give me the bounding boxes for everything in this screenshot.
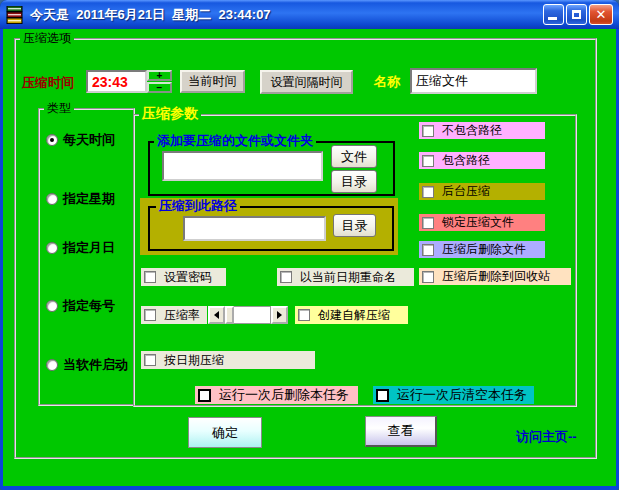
checkbox-box[interactable] [376, 389, 389, 402]
close-button[interactable]: ✕ [589, 4, 613, 25]
group-compress-params-label: 压缩参数 [139, 106, 201, 120]
radio-label: 指定星期 [63, 190, 115, 208]
checkbox-label: 压缩率 [164, 307, 200, 324]
checkbox-box[interactable] [198, 389, 211, 402]
choose-dest-dir-button[interactable]: 目录 [333, 214, 376, 237]
radio-on-startup[interactable]: 当软件启动 [46, 356, 128, 374]
minimize-button[interactable] [543, 4, 564, 25]
group-compress-options-label: 压缩选项 [20, 31, 74, 45]
radio-icon[interactable] [46, 193, 58, 205]
checkbox-box[interactable] [422, 125, 434, 137]
checkbox-clear-task-after-run[interactable]: 运行一次后清空本任务 [373, 386, 534, 404]
homepage-link[interactable]: 访问主页-- [516, 428, 577, 446]
checkbox-label: 运行一次后删除本任务 [219, 386, 349, 404]
checkbox-box[interactable] [144, 309, 156, 321]
checkbox-label: 按日期压缩 [164, 352, 224, 369]
radio-label: 每天时间 [63, 131, 115, 149]
radio-specify-day[interactable]: 指定每号 [46, 297, 115, 315]
arrow-right-icon [277, 311, 282, 319]
checkbox-box[interactable] [422, 217, 434, 229]
dest-path-input[interactable] [183, 216, 326, 241]
radio-label: 指定月日 [63, 239, 115, 257]
checkbox-box[interactable] [280, 271, 292, 283]
checkbox-compress-by-date[interactable]: 按日期压缩 [141, 351, 315, 369]
compress-time-input[interactable] [86, 70, 147, 93]
checkbox-label: 包含路径 [442, 152, 490, 169]
checkbox-label: 不包含路径 [442, 122, 502, 139]
compress-time-label: 压缩时间 [22, 74, 74, 92]
checkbox-label: 压缩后删除到回收站 [442, 268, 550, 285]
checkbox-label: 设置密码 [164, 269, 212, 286]
scrollbar-track[interactable] [234, 306, 271, 324]
checkbox-delete-after-compress[interactable]: 压缩后删除文件 [419, 241, 545, 258]
radio-label: 指定每号 [63, 297, 115, 315]
checkbox-box[interactable] [298, 309, 310, 321]
compression-ratio-scrollbar[interactable] [208, 306, 288, 324]
radio-icon[interactable] [46, 242, 58, 254]
checkbox-box[interactable] [422, 244, 434, 256]
checkbox-include-path[interactable]: 包含路径 [419, 152, 545, 169]
radio-label: 当软件启动 [63, 356, 128, 374]
name-label: 名称 [374, 73, 400, 91]
maximize-button[interactable] [566, 4, 587, 25]
archive-name-input[interactable] [410, 68, 537, 94]
checkbox-lock-archive[interactable]: 锁定压缩文件 [419, 214, 545, 231]
ok-button[interactable]: 确定 [188, 417, 262, 448]
radio-icon[interactable] [46, 359, 58, 371]
time-spin-down-button[interactable]: − [147, 82, 172, 93]
radio-icon[interactable] [46, 300, 58, 312]
choose-source-dir-button[interactable]: 目录 [331, 170, 377, 193]
window-title: 今天是 2011年6月21日 星期二 23:44:07 [30, 6, 541, 24]
checkbox-box[interactable] [422, 271, 434, 283]
checkbox-label: 创建自解压缩 [318, 307, 390, 324]
scroll-left-button[interactable] [208, 306, 225, 324]
checkbox-box[interactable] [422, 186, 434, 198]
group-type-label: 类型 [44, 101, 74, 115]
time-spin-up-button[interactable]: + [147, 70, 172, 81]
set-interval-button[interactable]: 设置间隔时间 [260, 70, 353, 94]
checkbox-box[interactable] [144, 271, 156, 283]
title-bar[interactable]: 今天是 2011年6月21日 星期二 23:44:07 ✕ [0, 0, 619, 29]
arrow-left-icon [214, 311, 219, 319]
view-button[interactable]: 查看 [365, 416, 437, 447]
scroll-right-button[interactable] [271, 306, 288, 324]
radio-specify-date[interactable]: 指定月日 [46, 239, 115, 257]
close-icon: ✕ [596, 8, 607, 21]
checkbox-label: 运行一次后清空本任务 [397, 386, 527, 404]
checkbox-delete-task-after-run[interactable]: 运行一次后删除本任务 [195, 386, 358, 404]
maximize-icon [572, 10, 581, 19]
group-dest-path-label: 压缩到此路径 [156, 199, 240, 213]
source-path-input[interactable] [162, 151, 323, 181]
checkbox-create-sfx[interactable]: 创建自解压缩 [295, 306, 408, 324]
checkbox-box[interactable] [422, 155, 434, 167]
radio-daily-time[interactable]: 每天时间 [46, 131, 115, 149]
current-time-button[interactable]: 当前时间 [180, 70, 245, 93]
checkbox-label: 压缩后删除文件 [442, 241, 526, 258]
app-icon [6, 6, 25, 24]
checkbox-set-password[interactable]: 设置密码 [141, 268, 226, 286]
scrollbar-thumb[interactable] [225, 306, 234, 324]
checkbox-label: 以当前日期重命名 [300, 269, 396, 286]
checkbox-label: 锁定压缩文件 [442, 214, 514, 231]
checkbox-label: 后台压缩 [442, 183, 490, 200]
group-source-files-label: 添加要压缩的文件或文件夹 [154, 134, 316, 148]
minimize-icon [548, 17, 557, 20]
choose-file-button[interactable]: 文件 [331, 145, 377, 168]
radio-icon[interactable] [46, 134, 58, 146]
app-window: 今天是 2011年6月21日 星期二 23:44:07 ✕ 压缩选项 压缩时间 … [0, 0, 619, 490]
checkbox-background-compress[interactable]: 后台压缩 [419, 183, 545, 200]
checkbox-recycle-after-compress[interactable]: 压缩后删除到回收站 [419, 268, 571, 285]
checkbox-no-include-path[interactable]: 不包含路径 [419, 122, 545, 139]
checkbox-box[interactable] [144, 354, 156, 366]
checkbox-compression-ratio[interactable]: 压缩率 [141, 306, 207, 324]
checkbox-rename-by-date[interactable]: 以当前日期重命名 [277, 268, 414, 286]
radio-specify-weekday[interactable]: 指定星期 [46, 190, 115, 208]
